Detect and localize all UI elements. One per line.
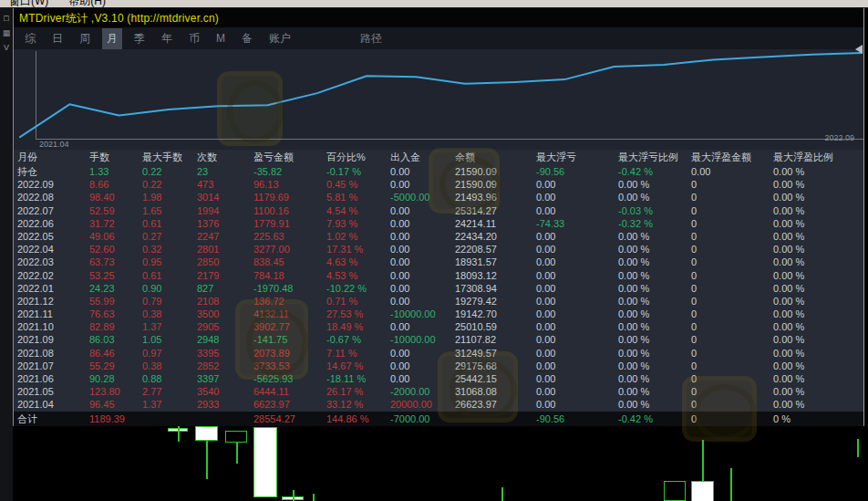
- menu-item[interactable]: 帮助(H): [68, 0, 106, 7]
- cell: 0.00: [390, 243, 455, 256]
- cell: 0.00 %: [773, 217, 863, 230]
- left-toolbar-icon[interactable]: V: [0, 43, 13, 52]
- cell: 0.71 %: [326, 295, 390, 308]
- panel-title-bar[interactable]: MTDriver统计 ,V3.10 (http://mtdriver.cn): [14, 8, 863, 27]
- tab-月[interactable]: 月: [102, 28, 122, 49]
- cell: 2850: [197, 256, 253, 268]
- cell: 86.03: [89, 333, 142, 346]
- cell: 63.73: [89, 256, 142, 268]
- panel-title: MTDriver统计 ,V3.10 (http://mtdriver.cn): [19, 11, 219, 26]
- column-header: 月份: [17, 150, 89, 165]
- axis-label-end: 2022.09: [824, 133, 854, 142]
- cell: -35.82: [253, 165, 326, 178]
- cell: 0.00 %: [773, 385, 863, 398]
- watermark-logo: [682, 376, 757, 442]
- tab-账户[interactable]: 账户: [264, 28, 295, 49]
- tab-path[interactable]: 路径: [356, 28, 387, 49]
- column-header: 最大浮盈比例: [773, 150, 863, 165]
- cell: 0.00: [536, 191, 618, 204]
- column-header: 最大浮亏比例: [618, 150, 691, 165]
- tab-币[interactable]: 币: [184, 28, 204, 49]
- cell: 0.00 %: [618, 269, 691, 282]
- cell: 2801: [197, 243, 253, 256]
- cell: -0.42 %: [618, 165, 691, 178]
- equity-chart: 2021.04 2022.09: [14, 49, 863, 150]
- cell: 2179: [197, 269, 253, 282]
- cell: 25010.59: [455, 320, 536, 333]
- cell: 0.27: [142, 230, 197, 243]
- column-header: 次数: [197, 150, 253, 165]
- cell: 0: [691, 217, 773, 230]
- cell: 0.95: [142, 256, 197, 268]
- cell: 76.63: [89, 308, 142, 320]
- cell: 0.00: [536, 204, 618, 217]
- cell: [142, 412, 197, 426]
- cell: -0.42 %: [618, 412, 691, 426]
- table-row[interactable]: 2021.0986.031.052948-141.75-0.67 %-10000…: [14, 333, 863, 346]
- candle-wick: [313, 494, 315, 501]
- candle-wick: [501, 487, 503, 501]
- menu-item[interactable]: 窗口(W): [9, 0, 48, 7]
- cell: 0.00 %: [773, 191, 863, 204]
- tab-日[interactable]: 日: [47, 28, 67, 49]
- tab-备[interactable]: 备: [237, 28, 257, 49]
- cell: 19142.70: [455, 308, 536, 320]
- cell: 2021.09: [17, 333, 89, 346]
- cell: 0.45 %: [326, 178, 390, 191]
- cell: 838.45: [253, 256, 326, 268]
- cell: 0.00: [536, 269, 618, 282]
- cell: 2.77: [142, 385, 197, 398]
- table-row[interactable]: 2022.0363.730.952850838.454.63 %0.001893…: [14, 256, 863, 268]
- cell: 0: [691, 360, 773, 372]
- cell: 2021.04: [17, 398, 89, 411]
- cell: 0.00 %: [618, 282, 691, 295]
- table-row[interactable]: 2022.0124.230.90827-1970.48-10.22 %0.001…: [14, 282, 863, 295]
- table-row[interactable]: 2022.0549.060.272247225.631.02 %0.002243…: [14, 230, 863, 243]
- left-toolbar-icon[interactable]: ▦: [0, 28, 13, 37]
- cell: 0.00: [691, 165, 773, 178]
- cell: 1.02 %: [326, 230, 390, 243]
- watermark-logo: [429, 148, 500, 214]
- left-toolbar: □▦V: [0, 8, 13, 501]
- column-header: 百分比%: [326, 150, 390, 165]
- tab-综[interactable]: 综: [20, 28, 40, 49]
- cell: 1.37: [142, 398, 197, 411]
- cell: 22434.20: [455, 230, 536, 243]
- cell: 0.61: [142, 269, 197, 282]
- table-row[interactable]: 2021.1176.630.3835004132.1127.53 %-10000…: [14, 308, 863, 320]
- cell: 2022.04: [17, 243, 89, 256]
- cell: 90.28: [89, 372, 142, 385]
- tab-周[interactable]: 周: [75, 28, 95, 49]
- cell: 0.00 %: [618, 295, 691, 308]
- table-row[interactable]: 2022.0631.720.6113761779.917.93 %0.00242…: [14, 217, 863, 230]
- cell: [197, 412, 253, 426]
- cell: -1970.48: [253, 282, 326, 295]
- cell: 0.00 %: [773, 295, 863, 308]
- table-row[interactable]: 2021.1082.891.3729053902.7718.49 %0.0025…: [14, 320, 863, 333]
- splitter-arrow-icon[interactable]: [855, 45, 863, 54]
- cell: 2933: [197, 398, 253, 411]
- tab-M[interactable]: M: [212, 29, 230, 47]
- cell: 0.00: [536, 282, 618, 295]
- cell: 0.00 %: [618, 333, 691, 346]
- column-header: 盈亏金额: [253, 150, 326, 165]
- cell: -18.11 %: [326, 372, 390, 385]
- menu-items: 窗口(W)帮助(H): [9, 0, 126, 8]
- candle-wick: [702, 440, 704, 481]
- cell: 26.17 %: [326, 385, 390, 398]
- table-row[interactable]: 2021.1255.990.792108136.720.71 %0.001927…: [14, 295, 863, 308]
- cell: 0.00: [390, 217, 455, 230]
- cell: 2022.06: [17, 217, 89, 230]
- tab-年[interactable]: 年: [157, 28, 177, 49]
- tab-季[interactable]: 季: [129, 28, 150, 49]
- cell: 0.00: [536, 360, 618, 372]
- table-row[interactable]: 2022.0452.600.3228013277.0017.31 %0.0022…: [14, 243, 863, 256]
- candle-wick: [178, 424, 180, 442]
- cell: 0: [691, 269, 773, 282]
- cell: 52.60: [89, 243, 142, 256]
- cell: 4.53 %: [326, 269, 390, 282]
- table-row[interactable]: 2022.0253.250.612179784.184.53 %0.001809…: [14, 269, 863, 282]
- left-toolbar-icon[interactable]: □: [0, 14, 13, 23]
- cell: 53.25: [89, 269, 142, 282]
- cell: 14.67 %: [326, 360, 390, 372]
